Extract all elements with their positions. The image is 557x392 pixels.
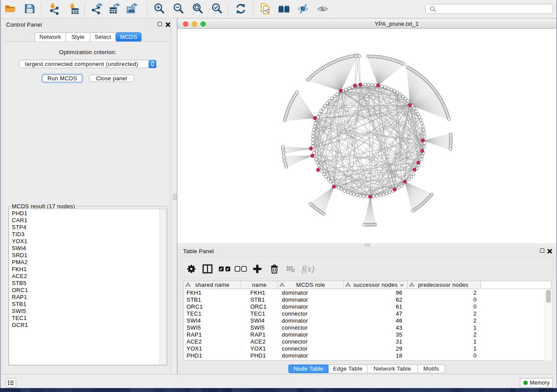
svg-text:f(x): f(x) bbox=[302, 264, 315, 274]
